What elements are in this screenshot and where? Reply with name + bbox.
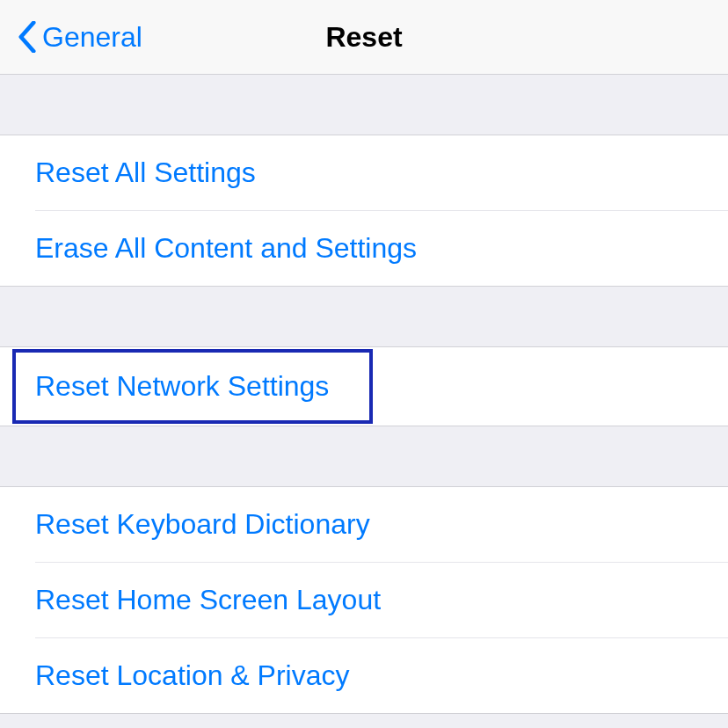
section-separator: [0, 287, 728, 346]
settings-section: Reset All Settings Erase All Content and…: [0, 135, 728, 287]
settings-section: Reset Keyboard Dictionary Reset Home Scr…: [0, 486, 728, 714]
back-button[interactable]: General: [18, 21, 142, 54]
erase-all-content-row[interactable]: Erase All Content and Settings: [0, 211, 728, 286]
page-title: Reset: [325, 21, 402, 54]
back-label: General: [42, 21, 142, 54]
list-item-label: Erase All Content and Settings: [35, 211, 728, 286]
section-separator: [0, 75, 728, 135]
navigation-bar: General Reset: [0, 0, 728, 75]
list-item-label: Reset Keyboard Dictionary: [35, 487, 728, 563]
list-item-label: Reset Home Screen Layout: [35, 563, 728, 638]
list-item-label: Reset All Settings: [35, 135, 728, 211]
reset-keyboard-dictionary-row[interactable]: Reset Keyboard Dictionary: [0, 487, 728, 563]
chevron-left-icon: [18, 21, 37, 53]
reset-location-privacy-row[interactable]: Reset Location & Privacy: [0, 638, 728, 713]
settings-section: Reset Network Settings: [0, 346, 728, 426]
list-item-label: Reset Network Settings: [35, 347, 728, 426]
reset-home-screen-row[interactable]: Reset Home Screen Layout: [0, 563, 728, 638]
section-separator: [0, 426, 728, 486]
list-item-label: Reset Location & Privacy: [35, 638, 728, 713]
reset-network-settings-row[interactable]: Reset Network Settings: [0, 347, 728, 426]
reset-all-settings-row[interactable]: Reset All Settings: [0, 135, 728, 211]
